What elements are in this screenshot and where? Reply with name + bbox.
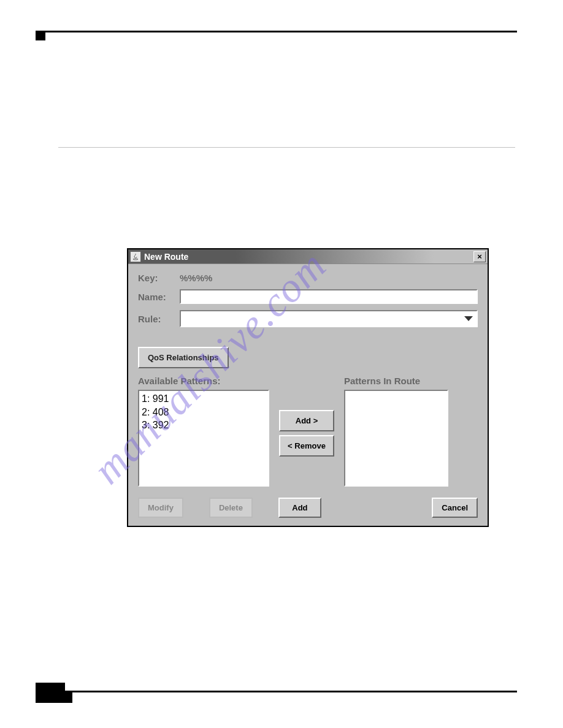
titlebar: New Route × (128, 249, 488, 264)
dialog-title: New Route (144, 252, 188, 262)
add-to-route-button[interactable]: Add > (279, 410, 334, 431)
dialog-body: Key: %%%% Name: Rule: QoS Relationships … (128, 264, 488, 526)
svg-point-0 (133, 259, 138, 260)
rule-label: Rule: (138, 314, 180, 324)
rule-row: Rule: (138, 310, 478, 327)
add-button[interactable]: Add (278, 498, 321, 518)
new-route-dialog: New Route × Key: %%%% Name: Rule: QoS Re… (127, 248, 489, 527)
bottom-buttons: Modify Delete Add Cancel (138, 498, 478, 518)
remove-from-route-button[interactable]: < Remove (279, 435, 334, 457)
page-top-border (36, 31, 517, 32)
available-patterns-label: Available Patterns: (138, 376, 269, 386)
rule-select[interactable] (180, 310, 478, 327)
page-bottom-border (36, 691, 517, 692)
patterns-in-route-list[interactable] (344, 390, 448, 487)
delete-button: Delete (209, 498, 253, 518)
list-item[interactable]: 1: 991 (142, 392, 266, 406)
java-icon (130, 251, 141, 262)
key-label: Key: (138, 273, 180, 283)
name-field[interactable] (180, 289, 478, 304)
inroute-column: Patterns In Route (344, 376, 448, 487)
patterns-in-route-label: Patterns In Route (344, 376, 448, 386)
list-item[interactable]: 2: 408 (142, 406, 266, 419)
available-patterns-list[interactable]: 1: 991 2: 408 3: 392 (138, 390, 269, 487)
move-buttons: Add > < Remove (279, 376, 334, 487)
page-corner-top (36, 31, 45, 40)
qos-relationships-button[interactable]: QoS Relationships (138, 347, 229, 368)
available-column: Available Patterns: 1: 991 2: 408 3: 392 (138, 376, 269, 487)
chevron-down-icon (464, 316, 473, 321)
lists-area: Available Patterns: 1: 991 2: 408 3: 392… (138, 376, 478, 487)
cancel-button[interactable]: Cancel (432, 498, 478, 518)
name-row: Name: (138, 289, 478, 304)
list-item[interactable]: 3: 392 (142, 419, 266, 432)
page-corner-bottom (36, 683, 65, 692)
modify-button: Modify (138, 498, 183, 518)
name-label: Name: (138, 292, 180, 302)
close-button[interactable]: × (473, 251, 486, 262)
key-value: %%%% (180, 273, 212, 283)
close-icon: × (477, 252, 482, 261)
key-row: Key: %%%% (138, 273, 478, 283)
page-corner-bottom-ext (36, 692, 72, 703)
section-divider (58, 147, 515, 148)
